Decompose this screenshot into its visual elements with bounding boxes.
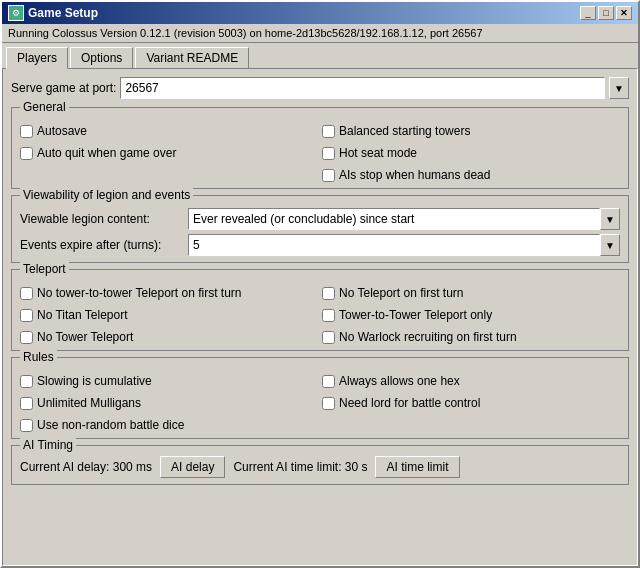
tab-players[interactable]: Players xyxy=(6,47,68,69)
tower-to-tower-only-row: Tower-to-Tower Teleport only xyxy=(322,308,620,322)
unlimited-mulligans-label: Unlimited Mulligans xyxy=(37,396,141,410)
app-icon: ⚙ xyxy=(8,5,24,21)
ai-time-limit-button[interactable]: AI time limit xyxy=(375,456,459,478)
title-buttons: _ □ ✕ xyxy=(580,6,632,20)
content-area: Serve game at port: ▼ General Autosave B… xyxy=(2,68,638,566)
events-expire-container: ▼ xyxy=(188,234,620,256)
viewable-legion-dropdown[interactable]: ▼ xyxy=(600,208,620,230)
auto-quit-checkbox[interactable] xyxy=(20,147,33,160)
port-label: Serve game at port: xyxy=(11,81,116,95)
no-titan-teleport-label: No Titan Teleport xyxy=(37,308,128,322)
ai-limit-current: Current AI time limit: 30 s xyxy=(233,460,367,474)
always-one-hex-label: Always allows one hex xyxy=(339,374,460,388)
tab-bar: Players Options Variant README xyxy=(2,43,638,68)
hot-seat-label: Hot seat mode xyxy=(339,146,417,160)
no-warlock-first-label: No Warlock recruiting on first turn xyxy=(339,330,517,344)
hot-seat-checkbox[interactable] xyxy=(322,147,335,160)
events-expire-row: Events expire after (turns): ▼ xyxy=(20,234,620,256)
ai-timing-row: Current AI delay: 300 ms AI delay Curren… xyxy=(20,452,620,478)
balanced-towers-checkbox[interactable] xyxy=(322,125,335,138)
events-expire-dropdown[interactable]: ▼ xyxy=(600,234,620,256)
need-lord-row: Need lord for battle control xyxy=(322,396,620,410)
no-teleport-first-label: No Teleport on first turn xyxy=(339,286,464,300)
viewability-section: Viewability of legion and events Viewabl… xyxy=(11,195,629,263)
no-titan-teleport-row: No Titan Teleport xyxy=(20,308,318,322)
viewability-section-label: Viewability of legion and events xyxy=(20,188,193,202)
no-tower-teleport-first-label: No tower-to-tower Teleport on first turn xyxy=(37,286,242,300)
ai-delay-current: Current AI delay: 300 ms xyxy=(20,460,152,474)
balanced-towers-label: Balanced starting towers xyxy=(339,124,470,138)
ais-stop-row: AIs stop when humans dead xyxy=(322,168,620,182)
viewable-legion-row: Viewable legion content: ▼ xyxy=(20,208,620,230)
no-titan-teleport-checkbox[interactable] xyxy=(20,309,33,322)
port-input[interactable] xyxy=(120,77,605,99)
non-random-dice-checkbox[interactable] xyxy=(20,419,33,432)
slowing-cumulative-row: Slowing is cumulative xyxy=(20,374,318,388)
close-button[interactable]: ✕ xyxy=(616,6,632,20)
slowing-cumulative-checkbox[interactable] xyxy=(20,375,33,388)
no-warlock-first-checkbox[interactable] xyxy=(322,331,335,344)
ai-timing-section-label: AI Timing xyxy=(20,438,76,452)
minimize-button[interactable]: _ xyxy=(580,6,596,20)
autosave-checkbox[interactable] xyxy=(20,125,33,138)
ais-stop-checkbox[interactable] xyxy=(322,169,335,182)
viewable-legion-container: ▼ xyxy=(188,208,620,230)
balanced-towers-row: Balanced starting towers xyxy=(322,124,620,138)
always-one-hex-checkbox[interactable] xyxy=(322,375,335,388)
non-random-dice-row: Use non-random battle dice xyxy=(20,418,318,432)
viewable-legion-label: Viewable legion content: xyxy=(20,212,180,226)
no-tower-teleport-row: No Tower Teleport xyxy=(20,330,318,344)
need-lord-checkbox[interactable] xyxy=(322,397,335,410)
teleport-section-label: Teleport xyxy=(20,262,69,276)
auto-quit-row: Auto quit when game over xyxy=(20,146,318,160)
tab-options[interactable]: Options xyxy=(70,47,133,68)
no-tower-teleport-first-checkbox[interactable] xyxy=(20,287,33,300)
no-teleport-first-checkbox[interactable] xyxy=(322,287,335,300)
rules-section: Rules Slowing is cumulative Always allow… xyxy=(11,357,629,439)
unlimited-mulligans-checkbox[interactable] xyxy=(20,397,33,410)
tower-to-tower-only-label: Tower-to-Tower Teleport only xyxy=(339,308,492,322)
port-dropdown-button[interactable]: ▼ xyxy=(609,77,629,99)
tower-to-tower-only-checkbox[interactable] xyxy=(322,309,335,322)
autosave-label: Autosave xyxy=(37,124,87,138)
title-bar-left: ⚙ Game Setup xyxy=(8,5,98,21)
no-tower-teleport-first-row: No tower-to-tower Teleport on first turn xyxy=(20,286,318,300)
hot-seat-row: Hot seat mode xyxy=(322,146,620,160)
events-expire-label: Events expire after (turns): xyxy=(20,238,180,252)
maximize-button[interactable]: □ xyxy=(598,6,614,20)
no-tower-teleport-checkbox[interactable] xyxy=(20,331,33,344)
unlimited-mulligans-row: Unlimited Mulligans xyxy=(20,396,318,410)
ai-delay-button[interactable]: AI delay xyxy=(160,456,225,478)
slowing-cumulative-label: Slowing is cumulative xyxy=(37,374,152,388)
auto-quit-label: Auto quit when game over xyxy=(37,146,176,160)
subtitle-bar: Running Colossus Version 0.12.1 (revisio… xyxy=(2,24,638,43)
general-section: General Autosave Balanced starting tower… xyxy=(11,107,629,189)
events-expire-input[interactable] xyxy=(188,234,600,256)
title-bar: ⚙ Game Setup _ □ ✕ xyxy=(2,2,638,24)
subtitle-text: Running Colossus Version 0.12.1 (revisio… xyxy=(8,27,483,39)
port-row: Serve game at port: ▼ xyxy=(11,77,629,99)
need-lord-label: Need lord for battle control xyxy=(339,396,480,410)
tab-variant-readme[interactable]: Variant README xyxy=(135,47,249,68)
no-teleport-first-row: No Teleport on first turn xyxy=(322,286,620,300)
autosave-row: Autosave xyxy=(20,124,318,138)
ais-stop-label: AIs stop when humans dead xyxy=(339,168,490,182)
non-random-dice-label: Use non-random battle dice xyxy=(37,418,184,432)
no-tower-teleport-label: No Tower Teleport xyxy=(37,330,133,344)
game-setup-window: ⚙ Game Setup _ □ ✕ Running Colossus Vers… xyxy=(0,0,640,568)
ai-timing-section: AI Timing Current AI delay: 300 ms AI de… xyxy=(11,445,629,485)
window-title: Game Setup xyxy=(28,6,98,20)
no-warlock-first-row: No Warlock recruiting on first turn xyxy=(322,330,620,344)
teleport-section: Teleport No tower-to-tower Teleport on f… xyxy=(11,269,629,351)
general-section-label: General xyxy=(20,100,69,114)
rules-section-label: Rules xyxy=(20,350,57,364)
viewable-legion-input[interactable] xyxy=(188,208,600,230)
always-one-hex-row: Always allows one hex xyxy=(322,374,620,388)
